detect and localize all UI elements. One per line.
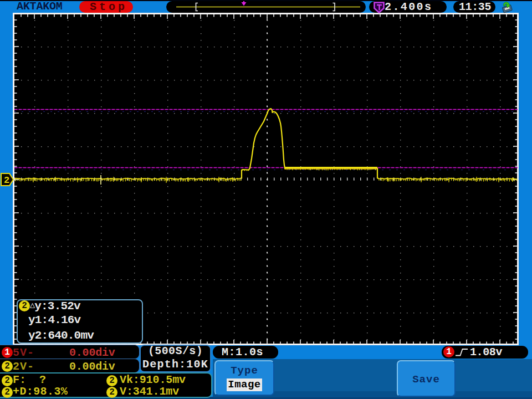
svg-text:2: 2 — [4, 175, 9, 186]
